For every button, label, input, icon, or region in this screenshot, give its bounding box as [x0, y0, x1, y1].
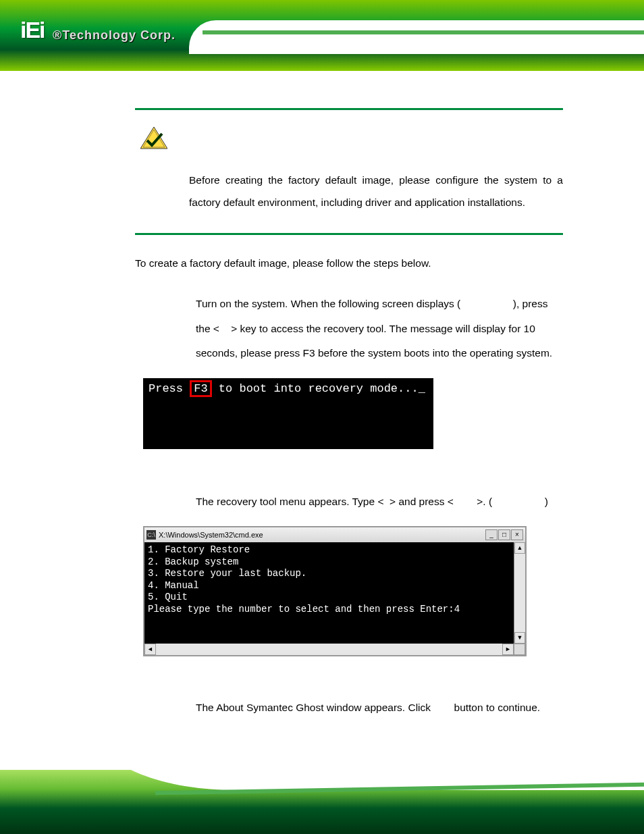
footer-banner: [0, 770, 644, 834]
logo: iEi ®Technology Corp.: [20, 17, 176, 43]
minimize-button[interactable]: _: [485, 529, 498, 540]
step-2: The recovery tool menu appears. Type < >…: [135, 490, 563, 514]
scroll-down-icon[interactable]: ▼: [514, 632, 525, 644]
note-box: Before creating the factory default imag…: [135, 108, 563, 235]
logo-tagline: ®Technology Corp.: [53, 28, 176, 42]
note-text: Before creating the factory default imag…: [135, 169, 563, 214]
cmd-title-icon: C:\: [146, 530, 156, 540]
scroll-corner: [514, 644, 525, 655]
header-banner: iEi ®Technology Corp.: [0, 0, 644, 71]
boot-screen: Press F3 to boot into recovery mode..._: [143, 378, 433, 449]
checkmark-icon: [140, 127, 563, 153]
cmd-body: 1. Factory Restore 2. Backup system 3. R…: [144, 542, 525, 644]
boot-key-highlight: F3: [190, 380, 211, 397]
step-1: Turn on the system. When the following s…: [135, 292, 563, 365]
scroll-right-icon[interactable]: ►: [502, 644, 514, 655]
cmd-titlebar: C:\ X:\Windows\System32\cmd.exe _ □ ×: [144, 527, 525, 542]
horizontal-scrollbar[interactable]: ◄ ►: [144, 644, 525, 655]
logo-mark: iEi: [20, 17, 45, 43]
window-controls: _ □ ×: [485, 529, 523, 540]
scroll-left-icon[interactable]: ◄: [144, 644, 156, 655]
boot-suffix: to boot into recovery mode..._: [212, 382, 425, 395]
cmd-window: C:\ X:\Windows\System32\cmd.exe _ □ × 1.…: [143, 526, 527, 656]
boot-prefix: Press: [149, 382, 190, 395]
close-button[interactable]: ×: [511, 529, 523, 540]
cmd-output: 1. Factory Restore 2. Backup system 3. R…: [144, 542, 514, 644]
step-3: The About Symantec Ghost window appears.…: [135, 696, 563, 720]
cmd-title: X:\Windows\System32\cmd.exe: [159, 531, 485, 539]
scroll-track-h[interactable]: [156, 644, 502, 655]
page-content: Before creating the factory default imag…: [0, 71, 644, 760]
vertical-scrollbar[interactable]: ▲ ▼: [514, 542, 525, 644]
maximize-button[interactable]: □: [498, 529, 510, 540]
scroll-track[interactable]: [514, 554, 525, 632]
scroll-up-icon[interactable]: ▲: [514, 542, 525, 554]
intro-text: To create a factory default image, pleas…: [135, 255, 563, 272]
